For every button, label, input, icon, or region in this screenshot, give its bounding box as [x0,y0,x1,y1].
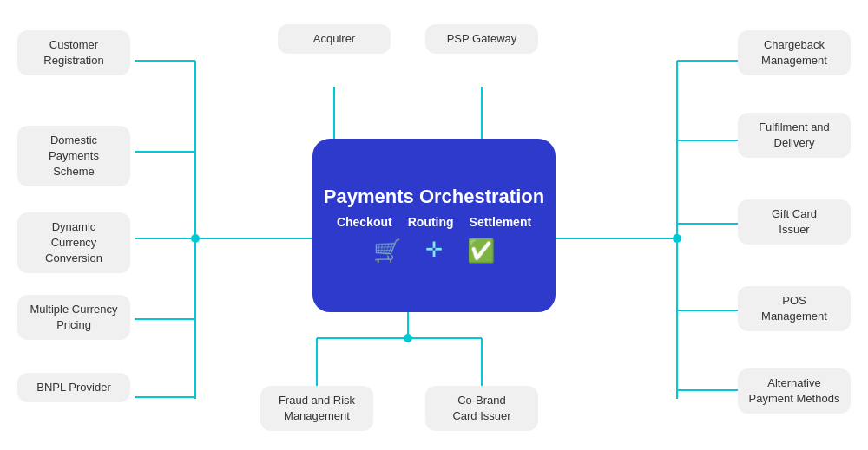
svg-point-17 [404,334,412,342]
routing-icon: ✛ [425,238,443,264]
box-multiple-currency-pricing: Multiple CurrencyPricing [17,295,130,340]
settlement-icon: ✅ [467,238,495,264]
box-pos-management: POSManagement [738,286,851,331]
box-bnpl-provider: BNPL Provider [17,373,130,402]
checkout-icon: 🛒 [373,238,401,264]
center-title: Payments Orchestration [324,186,544,208]
box-fulfilment-delivery: Fulfilment andDelivery [738,113,851,158]
box-customer-registration: CustomerRegistration [17,30,130,75]
center-icons: 🛒 ✛ ✅ [373,238,495,264]
diagram-container: .conn { stroke: #00c8d4; stroke-width: 2… [9,9,859,442]
svg-point-7 [191,234,200,243]
box-acquirer: Acquirer [278,24,391,54]
center-payments-box: Payments Orchestration Checkout Routing … [312,139,556,312]
subtitle-checkout: Checkout [337,215,392,229]
center-subtitles: Checkout Routing Settlement [337,215,531,229]
box-domestic-payments-scheme: Domestic PaymentsScheme [17,126,130,187]
box-fraud-risk-management: Fraud and RiskManagement [260,386,373,431]
box-gift-card-issuer: Gift CardIssuer [738,199,851,245]
box-psp-gateway: PSP Gateway [425,24,538,54]
box-dynamic-currency-conversion: Dynamic CurrencyConversion [17,212,130,274]
svg-point-25 [673,234,681,243]
box-alternative-payment-methods: AlternativePayment Methods [738,368,851,414]
box-chargeback-management: ChargebackManagement [738,30,851,75]
subtitle-routing: Routing [408,215,454,229]
box-cobrand-card-issuer: Co-BrandCard Issuer [425,386,538,431]
subtitle-settlement: Settlement [470,215,532,229]
